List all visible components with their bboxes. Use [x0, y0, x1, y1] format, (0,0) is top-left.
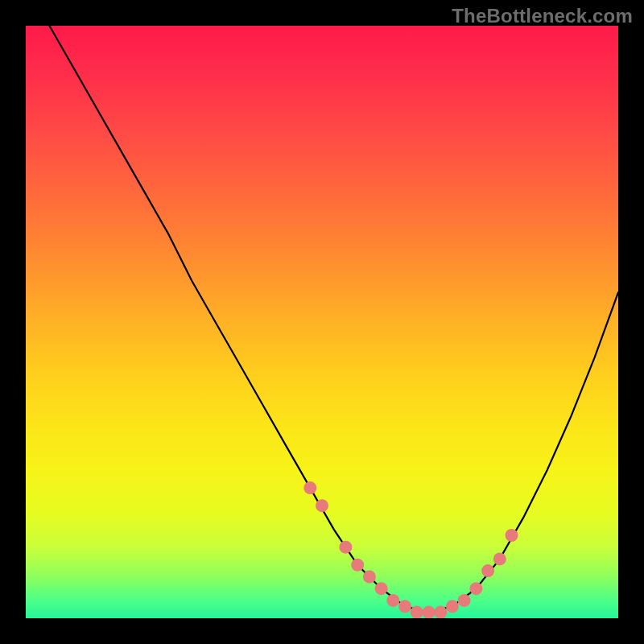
plot-area	[26, 26, 618, 618]
highlight-dot	[506, 529, 518, 542]
highlight-dot	[446, 600, 459, 613]
highlight-dot	[434, 606, 447, 618]
highlight-dot	[481, 564, 494, 577]
highlight-dot	[316, 499, 328, 512]
highlight-dot	[411, 606, 423, 618]
highlight-dot	[386, 594, 399, 607]
highlight-dot	[458, 594, 471, 607]
highlight-dot	[423, 606, 436, 618]
highlight-dot	[398, 600, 411, 613]
chart-svg	[26, 26, 618, 618]
highlight-dot	[339, 541, 352, 554]
highlight-dot	[469, 582, 482, 595]
highlight-dot	[375, 582, 388, 595]
bottleneck-curve	[49, 26, 618, 613]
highlight-dot	[303, 481, 316, 494]
highlight-dot	[351, 559, 364, 572]
watermark-text: TheBottleneck.com	[452, 5, 633, 27]
highlight-dot	[493, 552, 506, 565]
highlight-dot	[363, 571, 376, 584]
highlight-dots	[303, 481, 518, 618]
chart-frame: TheBottleneck.com	[0, 0, 644, 644]
